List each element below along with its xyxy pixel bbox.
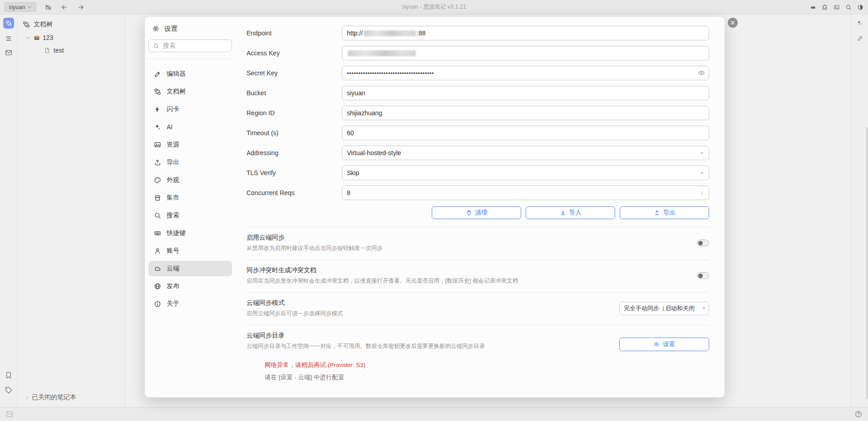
bucket-input[interactable]: siyuan xyxy=(342,86,709,100)
addressing-input[interactable]: Virtual-hosted-style xyxy=(342,146,709,160)
settings-content: Endpointhttp://:88Access KeySecret Key••… xyxy=(236,17,725,397)
chevron-down-icon[interactable] xyxy=(25,35,31,41)
concurrent-reqs-input[interactable]: 8 xyxy=(342,186,709,200)
settings-dialog: 设置 搜索 编辑器文档树闪卡AI资源导出外观集市搜索快捷键账号云端发布关于 En… xyxy=(145,17,725,397)
store-icon xyxy=(154,194,161,201)
region-id-value: shijiazhuang xyxy=(347,109,382,117)
trash-icon xyxy=(466,210,472,216)
settings-tab-bazaar[interactable]: 集市 xyxy=(148,190,232,206)
document-row[interactable]: test xyxy=(17,44,125,57)
enable-cloud-sync-description: 从禁用改为启用时建议手动点击同步按钮触发一次同步 xyxy=(247,245,688,252)
region-id-label: Region ID xyxy=(247,109,342,117)
notebook-row[interactable]: 123 xyxy=(17,31,125,44)
theme-mode-icon[interactable] xyxy=(857,4,863,10)
form-row-timeout-s: Timeout (s)60 xyxy=(247,126,709,140)
endpoint-suffix: :88 xyxy=(417,29,425,37)
closed-notebooks-row[interactable]: 已关闭的笔记本 xyxy=(17,392,125,403)
secret-key-input[interactable]: •••••••••••••••••••••••••••••••••••••• xyxy=(342,66,709,80)
dock-right xyxy=(851,15,868,407)
close-dialog-button[interactable] xyxy=(728,18,738,28)
enable-cloud-sync-toggle[interactable] xyxy=(697,240,709,246)
dock-doc-tree[interactable] xyxy=(3,18,14,29)
sync-dir-description: 云端同步目录与工作空间一一对应，不可混用。数据仓库密钥更改后需要更换新的云端同步… xyxy=(247,343,610,350)
doc-tree-icon xyxy=(23,21,30,28)
kernel-icon[interactable] xyxy=(833,4,840,10)
statusbar-template[interactable] xyxy=(5,410,14,418)
palette-icon xyxy=(154,176,161,184)
settings-tab-label: 闪卡 xyxy=(167,105,179,113)
settings-tab-account[interactable]: 账号 xyxy=(148,243,232,259)
settings-tab-label: 集市 xyxy=(167,194,179,202)
number-stepper-icon[interactable] xyxy=(699,190,705,196)
form-row-endpoint: Endpointhttp://:88 xyxy=(247,26,709,40)
subscription-icon[interactable] xyxy=(810,4,816,10)
settings-tab-flashcard[interactable]: 闪卡 xyxy=(148,102,232,117)
back-icon[interactable] xyxy=(61,4,68,11)
timeout-s-label: Timeout (s) xyxy=(247,129,342,137)
import-button[interactable]: 导入 xyxy=(526,206,615,219)
plugins-icon[interactable] xyxy=(822,4,828,10)
gear-icon xyxy=(653,341,660,348)
settings-tab-export[interactable]: 导出 xyxy=(148,155,232,170)
global-search-icon[interactable] xyxy=(845,4,852,10)
pencil-icon xyxy=(154,70,161,78)
settings-tab-label: AI xyxy=(167,123,173,131)
show-secret-key-icon[interactable] xyxy=(698,69,705,77)
settings-tab-editor[interactable]: 编辑器 xyxy=(148,66,232,82)
region-id-input[interactable]: shijiazhuang xyxy=(342,106,709,120)
sync-config-hint: 请在 [设置 - 云端] 中进行配置 xyxy=(247,373,610,382)
import-button-label: 导入 xyxy=(569,209,582,217)
access-key-input[interactable] xyxy=(342,46,709,60)
purge-button[interactable]: 清理 xyxy=(432,206,521,219)
dock-inbox[interactable] xyxy=(5,49,13,57)
export-button[interactable]: 导出 xyxy=(620,206,709,219)
cloud-icon xyxy=(154,265,161,272)
tree-icon xyxy=(5,20,12,26)
timeout-s-input[interactable]: 60 xyxy=(342,126,709,140)
timeout-s-value: 60 xyxy=(347,129,354,137)
sync-mode-select[interactable]: 完全手动同步（启动和关闭 xyxy=(619,302,709,315)
dock-bookmark[interactable] xyxy=(5,371,13,379)
export-button-label: 导出 xyxy=(663,209,676,217)
settings-search-input[interactable]: 搜索 xyxy=(148,39,232,52)
tls-verify-value: Skip xyxy=(347,169,359,176)
settings-title: 设置 xyxy=(164,24,178,33)
settings-tab-ai[interactable]: AI xyxy=(148,119,232,135)
settings-tab-hotkeys[interactable]: 快捷键 xyxy=(148,225,232,241)
topbar-left: siyuan xyxy=(5,2,84,12)
sync-off-icon[interactable] xyxy=(44,4,52,11)
settings-tab-doctree[interactable]: 文档树 xyxy=(148,84,232,99)
conflict-doc-description: 启用后当同步发生冲突时会生成冲突文档，以便直接打开查看。无论是否启用，[数据历史… xyxy=(247,277,688,285)
form-row-secret-key: Secret Key••••••••••••••••••••••••••••••… xyxy=(247,66,709,80)
user-icon xyxy=(154,247,161,255)
secret-key-value: •••••••••••••••••••••••••••••••••••••• xyxy=(347,70,434,77)
settings-tab-appearance[interactable]: 外观 xyxy=(148,172,232,188)
document-icon xyxy=(44,47,50,54)
document-name: test xyxy=(54,47,64,54)
statusbar-help[interactable] xyxy=(854,410,863,418)
dock-graph[interactable] xyxy=(856,19,864,27)
settings-tab-search[interactable]: 搜索 xyxy=(148,208,232,223)
workspace-switcher[interactable]: siyuan xyxy=(5,2,36,12)
settings-tab-label: 发布 xyxy=(167,282,179,290)
conflict-doc-toggle[interactable] xyxy=(697,272,709,279)
dock-global-graph[interactable] xyxy=(856,34,864,43)
settings-tab-assets[interactable]: 资源 xyxy=(148,137,232,152)
dock-tag[interactable] xyxy=(5,386,13,394)
settings-tab-publish[interactable]: 发布 xyxy=(148,279,232,294)
dropdown-caret-icon xyxy=(699,150,705,156)
s3-actions-row: 清理导入导出 xyxy=(247,206,709,219)
file-tree-title: 文档树 xyxy=(34,20,53,29)
sync-dir-settings-button[interactable]: 设置 xyxy=(619,338,709,351)
bucket-value: siyuan xyxy=(347,89,365,97)
settings-tab-about[interactable]: 关于 xyxy=(148,296,232,312)
notebook-name: 123 xyxy=(43,34,53,41)
dialog-scrollbar[interactable] xyxy=(866,127,868,399)
forward-icon[interactable] xyxy=(77,4,84,11)
endpoint-input[interactable]: http://:88 xyxy=(342,26,709,40)
settings-tab-cloud[interactable]: 云端 xyxy=(148,261,232,276)
bucket-label: Bucket xyxy=(247,89,342,97)
dock-outline[interactable] xyxy=(5,34,13,43)
keyboard-icon xyxy=(154,230,161,237)
tls-verify-input[interactable]: Skip xyxy=(342,166,709,180)
